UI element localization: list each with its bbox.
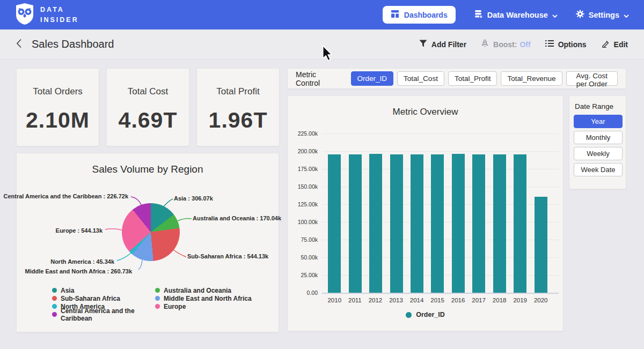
bar-2018 bbox=[493, 154, 506, 293]
bar-2012 bbox=[369, 154, 382, 293]
date-range-monthly[interactable]: Monthly bbox=[574, 131, 623, 144]
options-button[interactable]: Options bbox=[545, 40, 587, 49]
bar-y-axis: 225.00k200.00k175.00k150.00k125.00k100.0… bbox=[288, 133, 318, 293]
pencil-icon bbox=[601, 39, 610, 49]
date-range-year[interactable]: Year bbox=[574, 115, 623, 128]
brand: DATA INSIDER bbox=[15, 3, 79, 27]
kpi-label: Total Orders bbox=[17, 86, 99, 97]
pie-legend: AsiaSub-Saharan AfricaNorth AmericaCentr… bbox=[52, 286, 252, 318]
x-tick-label: 2020 bbox=[534, 297, 548, 303]
kpi-card-total-cost: Total Cost4.69T bbox=[106, 68, 189, 146]
date-range-card: Date Range YearMonthlyWeeklyWeek Date bbox=[569, 95, 626, 189]
legend-label: Central America and the Caribbean bbox=[61, 307, 155, 322]
sales-by-region-card: Sales Volume by Region Asia : 306.07kAus… bbox=[16, 153, 279, 332]
chevron-down-icon bbox=[552, 11, 558, 19]
bar-2013 bbox=[390, 154, 403, 293]
x-tick-label: 2014 bbox=[410, 297, 424, 303]
metric-option-total-revenue[interactable]: Total_Revenue bbox=[501, 71, 562, 86]
x-tick-label: 2013 bbox=[389, 297, 403, 303]
filter-funnel-icon bbox=[419, 40, 427, 49]
dashboards-button[interactable]: Dashboards bbox=[383, 6, 456, 24]
metric-control-label: Metric Control bbox=[296, 70, 339, 87]
bar-2020 bbox=[535, 197, 547, 293]
legend-dot bbox=[155, 296, 160, 301]
edit-button[interactable]: Edit bbox=[601, 39, 628, 49]
pie-circle bbox=[122, 203, 180, 261]
y-tick-label: 0.00 bbox=[307, 289, 318, 296]
database-icon bbox=[474, 10, 483, 20]
bar-2011 bbox=[349, 154, 362, 293]
rocket-icon bbox=[481, 39, 489, 49]
kpi-card-total-orders: Total Orders2.10M bbox=[16, 68, 99, 146]
y-tick-label: 25.00k bbox=[301, 272, 318, 278]
y-tick-label: 225.00k bbox=[298, 130, 318, 137]
y-tick-label: 100.00k bbox=[298, 219, 318, 225]
pie-legend-asia[interactable]: Asia bbox=[52, 286, 155, 294]
app: DATA INSIDER Dashboards bbox=[0, 0, 644, 349]
pie-legend-sub-saharan-africa[interactable]: Sub-Saharan Africa bbox=[52, 294, 155, 302]
bar-2016 bbox=[452, 154, 465, 293]
kpi-label: Total Profit bbox=[197, 86, 279, 97]
bars bbox=[324, 133, 551, 293]
x-tick-label: 2012 bbox=[369, 297, 383, 303]
pie-label-central-america-and-the-caribbean: Central America and the Caribbean : 226.… bbox=[3, 193, 128, 199]
bar-chart-title: Metric Overview bbox=[288, 107, 563, 117]
x-tick-label: 2017 bbox=[472, 297, 486, 303]
metric-option-total-cost[interactable]: Total_Cost bbox=[397, 71, 444, 86]
x-tick-label: 2011 bbox=[348, 297, 362, 303]
date-range-label: Date Range bbox=[575, 102, 621, 110]
kpi-value: 1.96T bbox=[197, 108, 279, 133]
legend-label: Europe bbox=[164, 303, 186, 310]
bar-legend[interactable]: Order_ID bbox=[288, 311, 563, 318]
y-tick-label: 75.00k bbox=[301, 236, 318, 243]
legend-dot bbox=[52, 296, 57, 301]
date-range-week-date[interactable]: Week Date bbox=[574, 163, 623, 176]
pie-legend-central-america-and-the-caribbean[interactable]: Central America and the Caribbean bbox=[52, 310, 155, 318]
legend-label: Sub-Saharan Africa bbox=[61, 295, 120, 302]
legend-label: Middle East and North Africa bbox=[164, 295, 252, 302]
settings-menu[interactable]: Settings bbox=[576, 10, 629, 20]
kpi-value: 2.10M bbox=[17, 108, 99, 133]
date-range-weekly[interactable]: Weekly bbox=[574, 147, 623, 160]
x-tick-label: 2019 bbox=[513, 297, 527, 303]
bar-plot-area bbox=[322, 133, 559, 293]
brand-name: DATA INSIDER bbox=[40, 5, 79, 24]
pie-legend-australia-and-oceania[interactable]: Australia and Oceania bbox=[155, 286, 252, 294]
data-warehouse-menu[interactable]: Data Warehouse bbox=[474, 10, 558, 20]
x-tick-label: 2018 bbox=[493, 297, 507, 303]
x-tick-label: 2010 bbox=[327, 297, 341, 303]
back-button[interactable] bbox=[16, 39, 22, 50]
legend-label: Asia bbox=[61, 287, 74, 294]
pie-label-north-america: North America : 45.34k bbox=[50, 258, 114, 265]
date-range-options: YearMonthlyWeeklyWeek Date bbox=[574, 115, 621, 176]
pie-legend-europe[interactable]: Europe bbox=[155, 302, 252, 310]
legend-label: Australia and Oceania bbox=[164, 287, 231, 294]
y-tick-label: 200.00k bbox=[298, 148, 318, 154]
bar-2017 bbox=[472, 154, 485, 293]
pie-legend-middle-east-and-north-africa[interactable]: Middle East and North Africa bbox=[155, 294, 252, 302]
y-tick-label: 150.00k bbox=[298, 183, 318, 190]
page-title: Sales Dashboard bbox=[32, 38, 114, 50]
bar-2015 bbox=[431, 154, 444, 293]
y-tick-label: 50.00k bbox=[301, 254, 318, 261]
boost-status: Off bbox=[519, 40, 530, 49]
gridline bbox=[322, 293, 559, 294]
gear-icon bbox=[576, 10, 584, 20]
legend-dot bbox=[406, 312, 412, 318]
legend-dot bbox=[155, 288, 160, 293]
legend-dot bbox=[52, 312, 57, 317]
legend-label: Order_ID bbox=[416, 311, 445, 318]
pie-label-australia-and-oceania: Australia and Oceania : 170.04k bbox=[193, 215, 281, 221]
x-tick-label: 2015 bbox=[430, 297, 444, 303]
chevron-left-icon bbox=[16, 39, 22, 50]
pie-label-middle-east-and-north-africa: Middle East and North Africa : 260.73k bbox=[25, 268, 132, 274]
y-tick-label: 125.00k bbox=[298, 201, 318, 207]
metric-options: Order_IDTotal_CostTotal_ProfitTotal_Reve… bbox=[351, 71, 618, 86]
metric-option-total-profit[interactable]: Total_Profit bbox=[448, 71, 497, 86]
add-filter-button[interactable]: Add Filter bbox=[419, 40, 466, 49]
metric-option-avg-cost-per-order[interactable]: Avg. Cost per Order bbox=[566, 71, 618, 86]
bar-2019 bbox=[514, 154, 526, 293]
boost-toggle[interactable]: Boost: Off bbox=[481, 39, 531, 49]
metric-option-order-id[interactable]: Order_ID bbox=[351, 71, 394, 86]
mouse-cursor bbox=[322, 45, 333, 61]
